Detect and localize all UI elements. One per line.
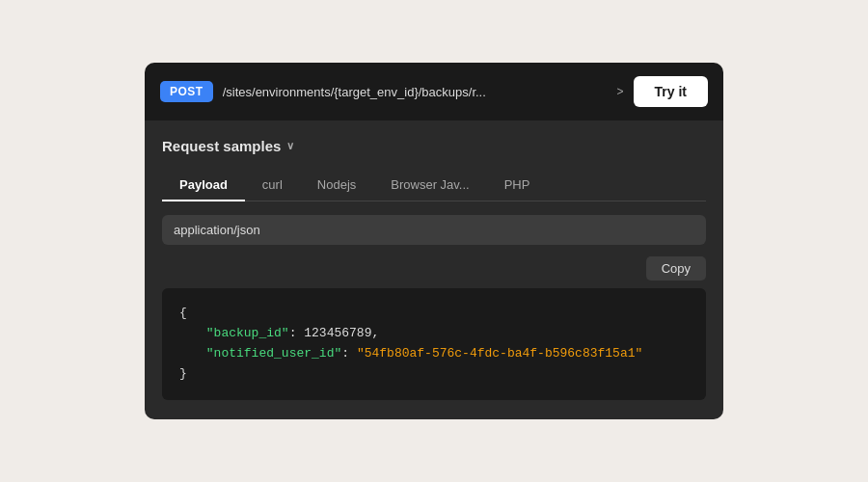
content-type-row [162, 215, 706, 245]
tab-nodejs[interactable]: Nodejs [300, 170, 373, 201]
copy-row: Copy [162, 256, 706, 281]
top-bar: POST /sites/environments/{target_env_id}… [145, 63, 723, 120]
tab-payload[interactable]: Payload [162, 170, 245, 201]
code-open-brace: { [179, 304, 689, 324]
tab-browser-jav[interactable]: Browser Jav... [373, 170, 486, 201]
copy-button[interactable]: Copy [646, 256, 706, 281]
try-it-button[interactable]: Try it [634, 76, 708, 107]
chevron-down-icon: ∨ [286, 140, 294, 152]
content-type-input[interactable] [162, 215, 706, 245]
section-title-row: Request samples ∨ [162, 138, 706, 154]
method-badge: POST [160, 81, 213, 102]
chevron-icon: > [617, 85, 624, 98]
tab-php[interactable]: PHP [487, 170, 548, 201]
section-title-text: Request samples [162, 138, 281, 154]
code-line-2: "notified_user_id": "54fb80af-576c-4fdc-… [179, 344, 689, 364]
tabs-bar: Payload curl Nodejs Browser Jav... PHP [162, 170, 706, 201]
code-block: { "backup_id": 123456789, "notified_user… [162, 288, 706, 399]
main-panel: Request samples ∨ Payload curl Nodejs Br… [145, 120, 723, 418]
endpoint-text: /sites/environments/{target_env_id}/back… [223, 85, 606, 99]
tab-curl[interactable]: curl [245, 170, 300, 201]
code-close-brace: } [179, 364, 689, 385]
main-container: POST /sites/environments/{target_env_id}… [145, 63, 723, 418]
code-line-1: "backup_id": 123456789, [179, 324, 689, 344]
